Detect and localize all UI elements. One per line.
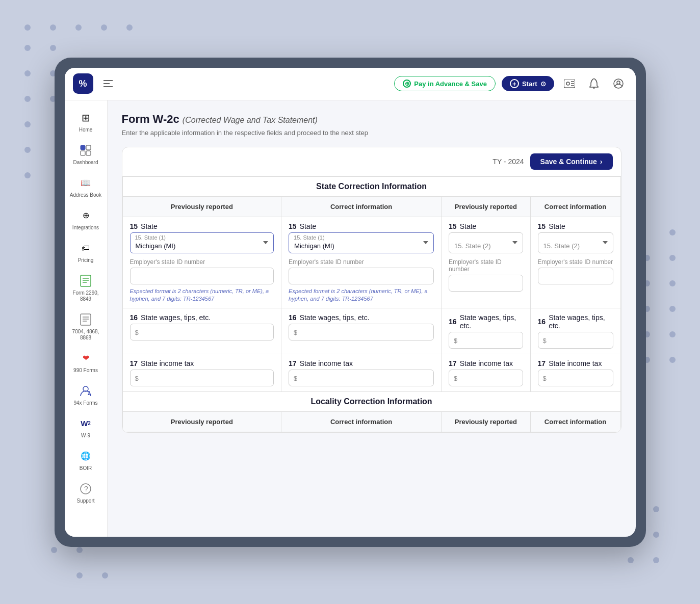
sidebar-item-990forms[interactable]: ❤ 990 Forms [67, 347, 104, 378]
menu-toggle[interactable] [103, 80, 113, 87]
employer-id-input-col1[interactable] [130, 268, 274, 284]
field17-col3-input[interactable] [449, 370, 523, 386]
field17-col4-input[interactable] [538, 370, 613, 386]
notification-button[interactable] [585, 74, 603, 93]
sidebar-item-dashboard[interactable]: Dashboard [67, 139, 104, 170]
field17-col3-label: State income tax [460, 359, 513, 367]
field17-col1-input[interactable] [130, 370, 274, 386]
sidebar-item-support[interactable]: ? Support [67, 478, 104, 508]
dollar-sign-16-col2: $ [294, 328, 297, 336]
svg-point-7 [617, 81, 620, 84]
sidebar-dashboard-label: Dashboard [73, 160, 98, 166]
svg-rect-10 [81, 151, 85, 155]
sidebar-item-w9[interactable]: W2 W-9 [67, 412, 104, 443]
save-continue-button[interactable]: Save & Continue › [530, 153, 613, 170]
sidebar-item-addressbook[interactable]: 📖 Address Book [67, 172, 104, 202]
employer-id-input-col3[interactable] [449, 275, 523, 292]
field15-col2: 15 State 15. State (1) Michigan (MI) [281, 217, 442, 308]
home-icon: ⊞ [79, 111, 93, 125]
page-title: Form W-2c (Corrected Wage and Tax Statem… [122, 113, 621, 126]
field16-col3-input[interactable] [449, 332, 523, 349]
field16-col2-label: State wages, tips, etc. [300, 313, 370, 322]
state-correction-header: State Correction Information [122, 176, 620, 196]
94x-icon: 2 [79, 384, 93, 398]
field16-col4-input[interactable] [538, 332, 613, 349]
employer-id-input-col2[interactable] [289, 268, 434, 284]
field17-col3-number: 17 [449, 359, 457, 367]
field17-col1-number: 17 [130, 359, 138, 367]
col-header-prev-reported-1: Previously reported [122, 196, 281, 217]
app-body: ⊞ Home Dashboard 📖 Address Book ⊕ Integr… [65, 100, 636, 537]
integrations-icon: ⊕ [79, 208, 93, 223]
field16-col2-input[interactable] [289, 324, 434, 340]
field17-col1-input-wrapper: $ [130, 370, 274, 386]
field15-col1-sublabel: 15. State (1) [135, 234, 166, 241]
field17-col4-label: State income tax [549, 359, 602, 367]
field15-col1-dropdown-wrapper: 15. State (1) Michigan (MI) [130, 232, 274, 253]
sidebar-addressbook-label: Address Book [70, 192, 101, 198]
field15-col1-header: 15 State [130, 222, 274, 230]
dollar-sign-16-col3: $ [454, 336, 457, 344]
field17-col1-label: State income tax [141, 359, 194, 367]
svg-point-1 [566, 82, 569, 85]
col-header-prev-reported-2: Previously reported [442, 196, 530, 217]
sidebar-form7004-label: 7004, 4868, 8868 [69, 329, 102, 341]
field15-col3-number: 15 [449, 222, 457, 230]
sidebar-990forms-label: 990 Forms [73, 367, 98, 374]
addressbook-icon: 📖 [79, 176, 93, 190]
sidebar-item-form7004[interactable]: 7004, 4868, 8868 [67, 308, 104, 345]
svg-text:2: 2 [88, 390, 91, 396]
field15-col1: 15 State 15. State (1) Michigan (MI) [122, 217, 281, 308]
field17-col2-input[interactable] [289, 370, 434, 386]
sidebar-home-label: Home [79, 127, 93, 133]
field16-col1: 16 State wages, tips, etc. $ [122, 308, 281, 354]
sidebar-item-boir[interactable]: 🌐 BOIR [67, 445, 104, 476]
field16-col1-number: 16 [130, 313, 138, 322]
w9-icon: W2 [79, 416, 93, 431]
pay-advance-button[interactable]: ⊕ Pay in Advance & Save [394, 76, 496, 91]
employer-id-label-col3: Employer's state ID number [449, 258, 523, 273]
sidebar-item-94x[interactable]: 2 94x Forms [67, 380, 104, 410]
field17-col4-input-wrapper: $ [538, 370, 613, 386]
correction-table: State Correction Information Previously … [122, 176, 621, 433]
user-card-button[interactable] [560, 74, 579, 93]
employer-id-input-col4[interactable] [538, 268, 613, 284]
locality-correct-info-2: Correct information [530, 412, 620, 432]
field17-col2-number: 17 [289, 359, 297, 367]
field16-col4-label: State wages, tips, etc. [549, 313, 613, 330]
field16-col1-input-wrapper: $ [130, 324, 274, 340]
field16-col1-header: 16 State wages, tips, etc. [130, 313, 274, 322]
main-card: % ⊕ Pay in Advance & Save + Start ⊙ [55, 58, 646, 547]
col-header-correct-info-2: Correct information [530, 196, 620, 217]
sidebar-item-integrations[interactable]: ⊕ Integrations [67, 204, 104, 235]
field15-col4-header: 15 State [538, 222, 613, 230]
svg-rect-11 [86, 151, 91, 155]
field15-row: 15 State 15. State (1) Michigan (MI) [122, 217, 620, 308]
locality-prev-reported-2: Previously reported [442, 412, 530, 432]
field15-col2-header: 15 State [289, 222, 434, 230]
field-hint-col2: Expected format is 2 characters (numeric… [289, 287, 434, 303]
field15-col4-select[interactable]: 15. State (2) [538, 232, 613, 253]
header: % ⊕ Pay in Advance & Save + Start ⊙ [65, 68, 636, 100]
field15-col3-select[interactable]: 15. State (2) [449, 232, 523, 253]
locality-correction-header: Locality Correction Information [122, 392, 620, 412]
start-button[interactable]: + Start ⊙ [502, 76, 554, 91]
form-subtitle: (Corrected Wage and Tax Statement) [183, 116, 318, 124]
dollar-sign-17-col2: $ [294, 374, 297, 382]
field17-col2-label: State income tax [300, 359, 353, 367]
dashboard-icon [79, 143, 93, 157]
dollar-sign-17-col3: $ [454, 374, 457, 382]
field16-col1-input[interactable] [130, 324, 274, 340]
sidebar-integrations-label: Integrations [72, 225, 99, 231]
field16-col3-label: State wages, tips, etc. [460, 313, 523, 330]
sidebar-item-pricing[interactable]: 🏷 Pricing [67, 237, 104, 268]
field15-col3-header: 15 State [449, 222, 523, 230]
field16-col2-number: 16 [289, 313, 297, 322]
sidebar-item-home[interactable]: ⊞ Home [67, 107, 104, 137]
logo[interactable]: % [73, 73, 93, 94]
sidebar-item-form2290[interactable]: Form 2290, 8849 [67, 270, 104, 306]
field15-col4-dropdown-wrapper: 15. State (2) [538, 232, 613, 253]
main-content: Form W-2c (Corrected Wage and Tax Statem… [108, 100, 636, 537]
start-arrow-icon: ⊙ [540, 80, 546, 88]
profile-button[interactable] [609, 74, 628, 93]
